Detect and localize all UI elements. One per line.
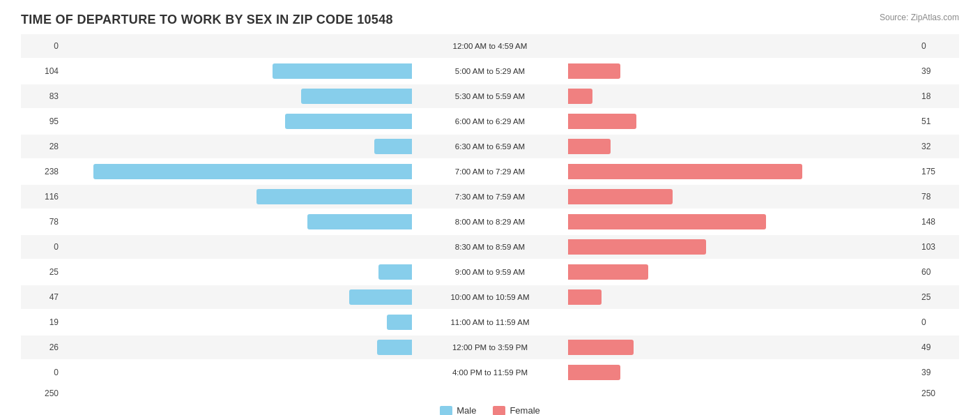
bars-wrapper: 4:00 PM to 11:59 PM	[63, 361, 917, 384]
male-bar	[273, 63, 412, 79]
female-value: 32	[917, 142, 959, 151]
chart-row: 25 9:00 AM to 9:59 AM 60	[21, 260, 959, 284]
time-label: 12:00 PM to 3:59 PM	[413, 343, 567, 352]
female-bar-area	[567, 38, 917, 54]
chart-title: TIME OF DEPARTURE TO WORK BY SEX IN ZIP …	[21, 13, 959, 27]
male-bar	[387, 315, 412, 330]
female-bar-area	[567, 315, 917, 330]
female-bar	[568, 114, 636, 129]
female-bar-area	[567, 139, 917, 154]
male-value: 0	[21, 41, 63, 51]
male-bar	[257, 189, 412, 204]
axis-left: 250	[21, 388, 63, 398]
male-bar	[301, 89, 412, 104]
bars-wrapper: 8:00 AM to 8:29 AM	[63, 210, 917, 234]
time-label: 11:00 AM to 11:59 AM	[413, 318, 567, 326]
female-value: 0	[917, 41, 959, 51]
male-value: 19	[21, 317, 63, 327]
chart-row: 104 5:00 AM to 5:29 AM 39	[21, 59, 959, 83]
male-bar-area	[63, 164, 413, 179]
source-text: Source: ZipAtlas.com	[880, 13, 959, 22]
male-bar-area	[63, 289, 413, 305]
time-label: 8:30 AM to 8:59 AM	[413, 243, 567, 251]
bars-wrapper: 12:00 PM to 3:59 PM	[63, 335, 917, 359]
time-label: 12:00 AM to 4:59 AM	[413, 42, 567, 50]
legend-female-box	[493, 406, 505, 416]
female-bar	[568, 365, 620, 380]
male-value: 104	[21, 66, 63, 76]
male-bar-area	[63, 214, 413, 229]
legend-female-label: Female	[510, 405, 539, 415]
legend: Male Female	[21, 405, 959, 415]
chart-row: 0 12:00 AM to 4:59 AM 0	[21, 34, 959, 58]
male-bar	[378, 264, 412, 280]
female-value: 39	[917, 368, 959, 377]
time-label: 7:30 AM to 7:59 AM	[413, 193, 567, 201]
time-label: 5:30 AM to 5:59 AM	[413, 92, 567, 100]
legend-male-box	[440, 406, 452, 416]
female-bar-area	[567, 89, 917, 104]
male-bar-area	[63, 114, 413, 129]
female-value: 49	[917, 342, 959, 352]
female-bar-area	[567, 289, 917, 305]
female-bar	[568, 63, 620, 79]
male-bar-area	[63, 365, 413, 380]
female-bar	[568, 139, 611, 154]
male-bar	[307, 214, 412, 229]
time-label: 5:00 AM to 5:29 AM	[413, 67, 567, 75]
female-bar-area	[567, 164, 917, 179]
female-value: 60	[917, 267, 959, 277]
female-bar-area	[567, 114, 917, 129]
male-bar	[377, 340, 412, 355]
chart-row: 19 11:00 AM to 11:59 AM 0	[21, 310, 959, 334]
female-bar-area	[567, 214, 917, 229]
female-value: 78	[917, 192, 959, 202]
chart-row: 116 7:30 AM to 7:59 AM 78	[21, 185, 959, 209]
chart-area: 0 12:00 AM to 4:59 AM 0 104 5:00 AM to 5…	[21, 34, 959, 384]
female-bar	[568, 189, 673, 204]
chart-row: 83 5:30 AM to 5:59 AM 18	[21, 84, 959, 108]
chart-row: 0 4:00 PM to 11:59 PM 39	[21, 361, 959, 384]
bars-wrapper: 10:00 AM to 10:59 AM	[63, 285, 917, 309]
male-value: 238	[21, 167, 63, 176]
male-bar-area	[63, 239, 413, 255]
female-bar	[568, 164, 802, 179]
male-value: 116	[21, 192, 63, 202]
bars-wrapper: 8:30 AM to 8:59 AM	[63, 235, 917, 259]
male-value: 25	[21, 267, 63, 277]
female-bar	[568, 289, 602, 305]
male-value: 0	[21, 242, 63, 252]
male-bar-area	[63, 264, 413, 280]
chart-row: 238 7:00 AM to 7:29 AM 175	[21, 160, 959, 183]
chart-row: 26 12:00 PM to 3:59 PM 49	[21, 335, 959, 359]
female-bar-area	[567, 340, 917, 355]
male-bar-area	[63, 340, 413, 355]
bars-wrapper: 6:00 AM to 6:29 AM	[63, 110, 917, 133]
male-bar	[285, 114, 412, 129]
male-value: 83	[21, 91, 63, 101]
female-bar-area	[567, 365, 917, 380]
male-bar-area	[63, 38, 413, 54]
female-value: 0	[917, 317, 959, 327]
time-label: 8:00 AM to 8:29 AM	[413, 218, 567, 226]
bars-wrapper: 11:00 AM to 11:59 AM	[63, 310, 917, 334]
legend-female: Female	[493, 405, 539, 415]
male-value: 28	[21, 142, 63, 151]
axis-row: 250 250	[21, 388, 959, 398]
female-value: 103	[917, 242, 959, 252]
female-bar	[568, 239, 706, 255]
bars-wrapper: 5:30 AM to 5:59 AM	[63, 84, 917, 108]
time-label: 6:00 AM to 6:29 AM	[413, 117, 567, 126]
male-bar	[349, 289, 412, 305]
female-bar-area	[567, 264, 917, 280]
female-bar-area	[567, 189, 917, 204]
time-label: 7:00 AM to 7:29 AM	[413, 167, 567, 176]
female-value: 175	[917, 167, 959, 176]
chart-row: 78 8:00 AM to 8:29 AM 148	[21, 210, 959, 234]
male-bar	[374, 139, 412, 154]
axis-right: 250	[917, 388, 959, 398]
female-bar-area	[567, 239, 917, 255]
male-value: 26	[21, 342, 63, 352]
female-bar	[568, 264, 648, 280]
female-bar	[568, 340, 634, 355]
